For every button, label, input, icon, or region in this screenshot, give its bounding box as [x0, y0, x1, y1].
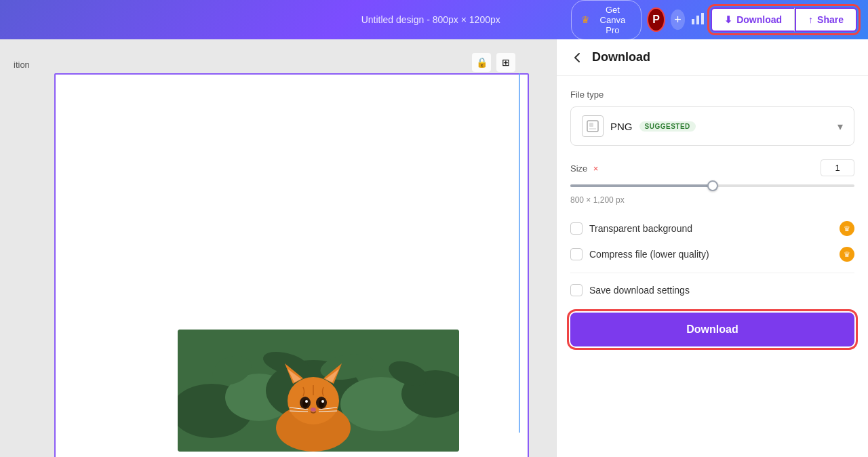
crown-icon-2: ♛	[844, 250, 850, 259]
cat-image	[178, 330, 459, 452]
png-icon	[582, 115, 604, 137]
divider	[570, 273, 854, 273]
transparent-bg-pro-icon: ♛	[840, 221, 854, 236]
design-canvas	[54, 73, 529, 457]
panel-body: File type PNG SUGGESTED ▾	[557, 76, 868, 360]
avatar-button[interactable]: P	[647, 7, 665, 32]
compress-label: Compress file (lower quality)	[589, 249, 709, 260]
svg-rect-31	[589, 123, 593, 127]
size-px-label: 800 × 1,200 px	[570, 195, 854, 205]
size-input[interactable]	[821, 159, 854, 176]
avatar-letter: P	[652, 14, 660, 26]
analytics-button[interactable]	[690, 11, 705, 29]
compress-checkbox[interactable]	[570, 248, 583, 260]
main-area: ition 🔒 ⊞	[0, 39, 868, 457]
download-share-group: ⬇ Download ↑ Share	[711, 7, 857, 32]
header: Untitled design - 800px × 1200px ♛ Get C…	[0, 0, 868, 39]
header-right: ♛ Get Canva Pro P + ⬇ Download ↑	[571, 0, 857, 40]
file-type-label: File type	[570, 90, 854, 100]
panel-title: Download	[592, 50, 650, 64]
svg-point-24	[321, 400, 324, 403]
svg-rect-0	[692, 19, 694, 24]
save-settings-label: Save download settings	[589, 285, 690, 296]
compress-file-row: Compress file (lower quality) ♛	[570, 241, 854, 267]
size-row: Size ×	[570, 159, 854, 176]
panel-header: Download	[557, 39, 868, 76]
share-icon: ↑	[808, 14, 813, 25]
svg-rect-2	[701, 13, 704, 24]
design-title: Untitled design - 800px × 1200px	[361, 14, 500, 25]
share-button[interactable]: ↑ Share	[795, 7, 857, 32]
svg-rect-1	[696, 16, 699, 24]
size-label-group: Size ×	[570, 162, 598, 174]
plus-icon: +	[674, 13, 682, 27]
file-type-dropdown[interactable]: PNG SUGGESTED ▾	[570, 106, 854, 146]
compress-pro-icon: ♛	[840, 247, 854, 262]
file-type-value: PNG	[610, 121, 633, 132]
lock-icon[interactable]: 🔒	[472, 53, 491, 72]
download-panel: Download File type PNG SUGGESTED	[556, 39, 868, 457]
slider-track	[570, 184, 854, 187]
back-button[interactable]	[570, 51, 584, 64]
slider-thumb	[707, 180, 718, 191]
save-settings-checkbox[interactable]	[570, 284, 583, 296]
transparent-bg-left: Transparent background	[570, 222, 692, 235]
crown-icon: ♛	[581, 14, 590, 25]
header-center: Untitled design - 800px × 1200px	[291, 14, 571, 26]
header-download-button[interactable]: ⬇ Download	[711, 7, 795, 32]
crown-icon: ♛	[844, 224, 850, 233]
canvas-tools: 🔒 ⊞	[472, 53, 515, 72]
download-main-button[interactable]: Download	[570, 313, 854, 346]
save-settings-row: Save download settings	[570, 279, 854, 302]
svg-point-14	[288, 377, 339, 424]
add-collaborator-button[interactable]: +	[671, 9, 685, 30]
download-icon: ⬇	[724, 14, 732, 25]
transparent-bg-row: Transparent background ♛	[570, 216, 854, 241]
slider-fill	[570, 184, 713, 187]
transparent-bg-checkbox[interactable]	[570, 222, 583, 235]
frame-icon[interactable]: ⊞	[496, 53, 515, 72]
position-label: ition	[14, 60, 30, 70]
chart-icon	[690, 11, 705, 29]
svg-point-23	[305, 400, 308, 403]
get-canva-pro-button[interactable]: ♛ Get Canva Pro	[571, 0, 642, 40]
vertical-guide-line	[519, 73, 520, 433]
file-type-left: PNG SUGGESTED	[582, 115, 696, 137]
canvas-area: ition 🔒 ⊞	[0, 39, 556, 457]
chevron-down-icon: ▾	[837, 120, 843, 133]
transparent-bg-label: Transparent background	[589, 223, 692, 234]
size-slider[interactable]	[570, 182, 854, 190]
compress-left: Compress file (lower quality)	[570, 248, 709, 260]
suggested-badge: SUGGESTED	[639, 121, 696, 132]
svg-point-25	[311, 408, 316, 412]
